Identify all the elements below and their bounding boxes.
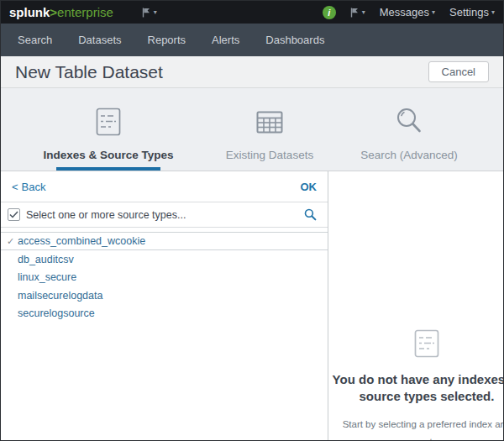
cancel-button[interactable]: Cancel	[428, 61, 489, 82]
splunk-logo[interactable]: splunk>enterprise	[9, 6, 113, 18]
ok-link[interactable]: OK	[301, 181, 318, 193]
search-icon[interactable]	[304, 208, 317, 221]
checkmark-icon: ✓	[7, 236, 18, 247]
caret-down-icon: ▾	[491, 8, 495, 16]
selection-preview-panel: You do not have any indexes or source ty…	[328, 171, 503, 440]
active-tab-underline	[56, 167, 160, 171]
select-all-checkbox[interactable]	[8, 208, 20, 221]
tab-search-advanced[interactable]: Search (Advanced)	[342, 105, 476, 171]
nav-item-dashboards[interactable]: Dashboards	[260, 34, 329, 46]
list-item[interactable]: mailsecurelogdata	[1, 286, 328, 305]
back-link[interactable]: <Back	[12, 181, 46, 193]
flag-icon	[350, 8, 360, 18]
dataset-source-tabs: Indexes & Source Types Existing Datasets	[1, 88, 503, 171]
messages-menu[interactable]: Messages▾	[380, 6, 435, 18]
picker-filter-row: Select one or more source types...	[1, 202, 328, 228]
list-item-selected[interactable]: ✓ access_combined_wcookie	[1, 232, 328, 250]
nav-item-search[interactable]: Search	[13, 34, 57, 46]
list-icon	[96, 105, 121, 139]
checkmark-icon	[9, 211, 18, 218]
nav-item-alerts[interactable]: Alerts	[207, 34, 244, 46]
source-type-picker: <Back OK Select one or more source types…	[1, 171, 328, 440]
caret-down-icon: ▾	[154, 8, 157, 16]
tab-indexes-source-types[interactable]: Indexes & Source Types	[37, 105, 180, 171]
splunk-window: splunk>enterprise ▾ i ▾ Messages▾ Settin…	[0, 0, 504, 441]
empty-state: You do not have any indexes or source ty…	[328, 329, 503, 440]
empty-state-title: You do not have any indexes or source ty…	[328, 371, 503, 405]
list-icon	[328, 329, 503, 358]
caret-down-icon: ▾	[362, 8, 365, 16]
flag-icon	[142, 8, 151, 18]
table-grid-icon	[256, 105, 283, 139]
app-nav: Search Datasets Reports Alerts Dashboard…	[1, 24, 503, 56]
topbar-right: i ▾ Messages▾ Settings▾	[323, 6, 495, 19]
logo-brand: splunk	[9, 5, 50, 19]
title-bar: New Table Dataset Cancel	[1, 56, 503, 88]
notifications-flag-menu[interactable]: ▾	[350, 8, 365, 18]
content-area: <Back OK Select one or more source types…	[1, 171, 503, 440]
tab-existing-datasets[interactable]: Existing Datasets	[202, 105, 337, 171]
list-item[interactable]: securelogsource	[1, 305, 328, 323]
filter-placeholder: Select one or more source types...	[26, 209, 186, 221]
nav-item-datasets[interactable]: Datasets	[73, 34, 126, 46]
empty-state-subtitle: Start by selecting a preferred index and…	[328, 416, 503, 440]
tab-label: Indexes & Source Types	[43, 149, 173, 161]
activity-flag-menu[interactable]: ▾	[142, 8, 157, 18]
topbar: splunk>enterprise ▾ i ▾ Messages▾ Settin…	[1, 1, 503, 24]
chevron-left-icon: <	[12, 181, 18, 193]
settings-menu[interactable]: Settings▾	[449, 6, 495, 18]
tab-label: Search (Advanced)	[360, 149, 458, 161]
list-item[interactable]: db_auditcsv	[1, 250, 328, 269]
logo-product: enterprise	[57, 5, 113, 19]
logo-gt: >	[50, 5, 57, 19]
page-title: New Table Dataset	[15, 62, 163, 82]
info-icon[interactable]: i	[323, 6, 336, 19]
nav-item-reports[interactable]: Reports	[143, 34, 192, 46]
list-item[interactable]: linux_secure	[1, 269, 328, 287]
caret-down-icon: ▾	[432, 8, 435, 16]
picker-header-row: <Back OK	[1, 171, 328, 202]
source-type-list: ✓ access_combined_wcookie db_auditcsv li…	[1, 232, 328, 323]
magnifier-icon	[395, 105, 423, 139]
tab-label: Existing Datasets	[226, 149, 313, 161]
